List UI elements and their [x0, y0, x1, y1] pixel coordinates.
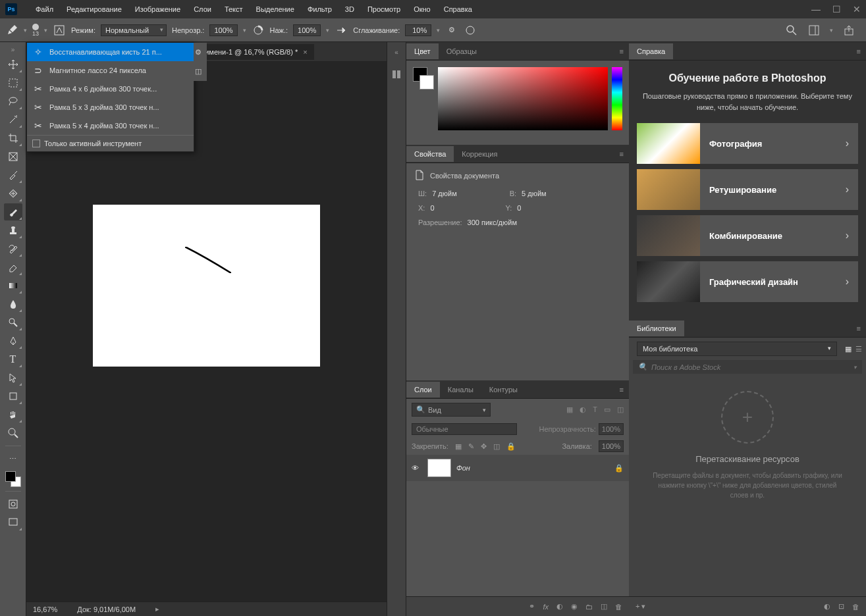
- pressure-opacity-icon[interactable]: [252, 24, 265, 37]
- tab-layers[interactable]: Слои: [406, 382, 440, 398]
- canvas[interactable]: [93, 205, 320, 367]
- flow-input[interactable]: 100%: [293, 24, 321, 36]
- color-field[interactable]: [438, 67, 608, 130]
- filter-type-icon[interactable]: T: [593, 405, 597, 414]
- tool-preset-icon[interactable]: [5, 24, 18, 37]
- path-select-tool[interactable]: [4, 369, 22, 386]
- active-tool-only-checkbox[interactable]: [32, 140, 40, 147]
- brush-panel-icon[interactable]: [53, 24, 66, 37]
- lock-transparency-icon[interactable]: ▦: [455, 442, 462, 451]
- panel-menu-icon[interactable]: ≡: [852, 324, 866, 332]
- screenmode-icon[interactable]: [4, 514, 22, 531]
- filter-shape-icon[interactable]: ▭: [604, 405, 610, 414]
- panel-menu-icon[interactable]: ≡: [614, 386, 629, 394]
- lock-all-icon[interactable]: 🔒: [506, 442, 516, 451]
- new-group-icon[interactable]: 🗀: [585, 603, 593, 611]
- delete-icon[interactable]: 🗑: [852, 603, 859, 611]
- pressure-size-icon[interactable]: [464, 24, 477, 37]
- preset-item-healing[interactable]: ✧ Восстанавливающая кисть 21 п...: [27, 43, 194, 61]
- delete-layer-icon[interactable]: 🗑: [615, 603, 622, 611]
- stamp-tool[interactable]: [4, 222, 22, 239]
- quickmask-icon[interactable]: [4, 496, 22, 513]
- gear-icon[interactable]: ⚙: [445, 24, 458, 37]
- menu-image[interactable]: Изображение: [128, 5, 187, 13]
- healing-tool[interactable]: [4, 185, 22, 202]
- list-view-icon[interactable]: ☰: [855, 345, 862, 353]
- blend-mode-dropdown[interactable]: Обычные: [412, 423, 517, 435]
- layer-mask-icon[interactable]: ◐: [556, 602, 563, 611]
- hue-slider[interactable]: [612, 67, 622, 130]
- panel-menu-icon[interactable]: ≡: [852, 47, 866, 55]
- close-tab-icon[interactable]: ×: [303, 48, 307, 56]
- menu-file[interactable]: Файл: [29, 5, 60, 13]
- minimize-icon[interactable]: —: [811, 4, 821, 14]
- link-layers-icon[interactable]: ⚭: [529, 602, 535, 611]
- brush-tool[interactable]: [4, 203, 22, 220]
- smoothing-input[interactable]: 10%: [405, 24, 431, 36]
- add-content-icon[interactable]: + ▾: [636, 602, 645, 611]
- menu-3d[interactable]: 3D: [338, 5, 361, 13]
- collapsed-panel-icon[interactable]: [391, 69, 402, 81]
- hand-tool[interactable]: [4, 406, 22, 423]
- history-brush-tool[interactable]: [4, 240, 22, 257]
- libraries-sync-icon[interactable]: ◐: [824, 602, 830, 611]
- search-icon[interactable]: [785, 24, 798, 37]
- move-tool[interactable]: [4, 56, 22, 73]
- menu-view[interactable]: Просмотр: [361, 5, 407, 13]
- layer-name[interactable]: Фон: [456, 464, 470, 472]
- layer-background[interactable]: 👁 Фон 🔒: [406, 455, 629, 481]
- tab-paths[interactable]: Контуры: [481, 382, 526, 398]
- lock-pixels-icon[interactable]: ✎: [468, 442, 474, 451]
- shape-tool[interactable]: [4, 388, 22, 405]
- preset-item-crop2[interactable]: ✂ Рамка 5 x 3 дюйма 300 точек н...: [27, 98, 194, 116]
- tab-help[interactable]: Справка: [629, 43, 673, 59]
- tab-libraries[interactable]: Библиотеки: [629, 321, 684, 336]
- filter-smart-icon[interactable]: ◫: [617, 405, 624, 414]
- library-dropdown[interactable]: Моя библиотека ▾: [637, 342, 837, 356]
- menu-window[interactable]: Окно: [407, 5, 437, 13]
- grid-view-icon[interactable]: ▦: [845, 345, 852, 353]
- tab-color[interactable]: Цвет: [406, 43, 439, 59]
- dodge-tool[interactable]: [4, 314, 22, 331]
- preset-item-crop3[interactable]: ✂ Рамка 5 x 4 дюйма 300 точек н...: [27, 116, 194, 135]
- new-layer-icon[interactable]: ◫: [601, 602, 607, 611]
- panel-menu-icon[interactable]: ≡: [614, 47, 629, 55]
- tab-adjustments[interactable]: Коррекция: [454, 146, 505, 162]
- menu-text[interactable]: Текст: [218, 5, 250, 13]
- menu-edit[interactable]: Редактирование: [60, 5, 128, 13]
- stock-search[interactable]: 🔍 Поиск в Adobe Stock ▾: [633, 360, 862, 374]
- layer-filter-dropdown[interactable]: 🔍 Вид ▾: [412, 403, 491, 417]
- edit-toolbar-icon[interactable]: ⋯: [4, 450, 22, 467]
- mode-dropdown[interactable]: Нормальный: [101, 24, 167, 36]
- layer-fx-icon[interactable]: fx: [543, 603, 549, 611]
- pen-tool[interactable]: [4, 332, 22, 349]
- magic-wand-tool[interactable]: [4, 111, 22, 128]
- stock-icon[interactable]: ⊡: [838, 602, 844, 611]
- help-card-retouching[interactable]: Ретуширование ›: [637, 169, 858, 210]
- workspace-icon[interactable]: [807, 24, 821, 37]
- tab-channels[interactable]: Каналы: [440, 382, 481, 398]
- new-fill-icon[interactable]: ◉: [571, 602, 578, 611]
- type-tool[interactable]: T: [4, 351, 22, 368]
- tab-swatches[interactable]: Образцы: [439, 43, 485, 59]
- menu-select[interactable]: Выделение: [250, 5, 301, 13]
- opacity-input[interactable]: 100%: [209, 24, 237, 36]
- preset-new-icon[interactable]: ◫: [195, 67, 205, 76]
- blur-tool[interactable]: [4, 295, 22, 313]
- filter-pixel-icon[interactable]: ▦: [566, 405, 573, 414]
- menu-layers[interactable]: Слои: [187, 5, 218, 13]
- help-card-photography[interactable]: Фотография ›: [637, 123, 858, 164]
- frame-tool[interactable]: [4, 148, 22, 165]
- menu-help[interactable]: Справка: [437, 5, 479, 13]
- zoom-level[interactable]: 16,67%: [33, 605, 57, 613]
- maximize-icon[interactable]: ☐: [832, 4, 841, 14]
- lasso-tool[interactable]: [4, 93, 22, 110]
- visibility-icon[interactable]: 👁: [412, 464, 422, 472]
- close-icon[interactable]: ✕: [853, 4, 861, 14]
- tab-properties[interactable]: Свойства: [406, 146, 454, 162]
- bg-swatch[interactable]: [419, 75, 434, 90]
- marquee-tool[interactable]: [4, 74, 22, 91]
- preset-item-lasso[interactable]: ⊃ Магнитное лассо 24 пиксела: [27, 61, 194, 80]
- zoom-tool[interactable]: [4, 424, 22, 442]
- color-swatch[interactable]: [5, 471, 21, 487]
